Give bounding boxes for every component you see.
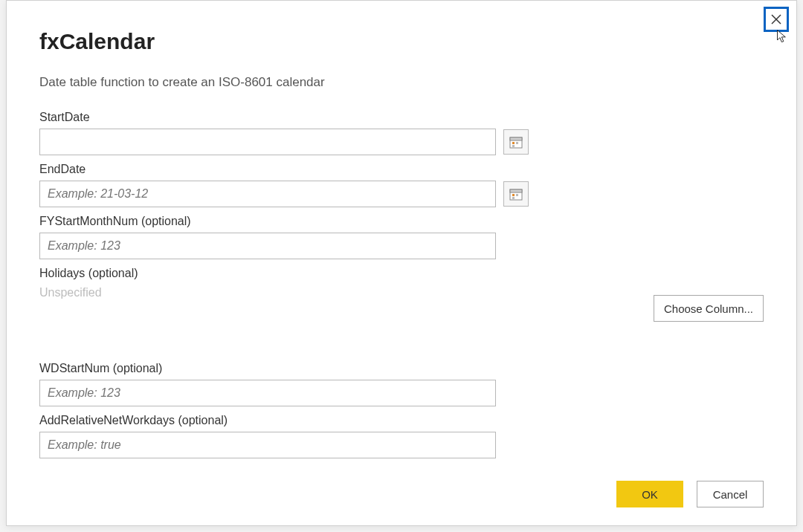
addrelativenetworkdays-label: AddRelativeNetWorkdays (optional)	[39, 414, 764, 427]
cancel-button[interactable]: Cancel	[697, 481, 764, 507]
dialog-title: fxCalendar	[39, 29, 764, 54]
startdate-input[interactable]	[39, 129, 496, 155]
function-dialog: fxCalendar Date table function to create…	[6, 0, 797, 526]
svg-rect-5	[516, 142, 518, 144]
fystartmonthnum-input[interactable]	[39, 233, 496, 259]
startdate-datepicker-button[interactable]	[503, 129, 529, 155]
fystartmonthnum-label: FYStartMonthNum (optional)	[39, 215, 764, 228]
field-addrelativenetworkdays: AddRelativeNetWorkdays (optional)	[39, 414, 764, 458]
svg-rect-4	[512, 142, 515, 144]
wdstartnum-input[interactable]	[39, 380, 496, 406]
field-fystartmonthnum: FYStartMonthNum (optional)	[39, 215, 764, 259]
close-icon	[770, 13, 783, 26]
enddate-datepicker-button[interactable]	[503, 181, 529, 207]
svg-rect-10	[516, 194, 518, 196]
field-startdate: StartDate	[39, 111, 764, 155]
svg-rect-3	[510, 137, 522, 140]
calendar-icon	[509, 187, 523, 201]
holidays-label: Holidays (optional)	[39, 267, 764, 280]
svg-rect-8	[510, 189, 522, 192]
addrelativenetworkdays-input[interactable]	[39, 432, 496, 458]
svg-rect-9	[512, 194, 515, 196]
holidays-unspecified-text: Unspecified	[39, 286, 102, 299]
enddate-input[interactable]	[39, 181, 496, 207]
calendar-icon	[509, 135, 523, 149]
svg-rect-6	[512, 145, 515, 147]
enddate-label: EndDate	[39, 163, 764, 176]
ok-button[interactable]: OK	[616, 481, 683, 507]
dialog-subtitle: Date table function to create an ISO-860…	[39, 75, 764, 90]
dialog-footer: OK Cancel	[616, 481, 764, 507]
close-button[interactable]	[764, 7, 789, 32]
svg-rect-11	[512, 197, 515, 199]
wdstartnum-label: WDStartNum (optional)	[39, 362, 764, 375]
startdate-label: StartDate	[39, 111, 764, 124]
field-enddate: EndDate	[39, 163, 764, 207]
field-holidays: Holidays (optional) Unspecified Choose C…	[39, 267, 764, 322]
choose-column-button[interactable]: Choose Column...	[654, 295, 764, 322]
field-wdstartnum: WDStartNum (optional)	[39, 362, 764, 406]
